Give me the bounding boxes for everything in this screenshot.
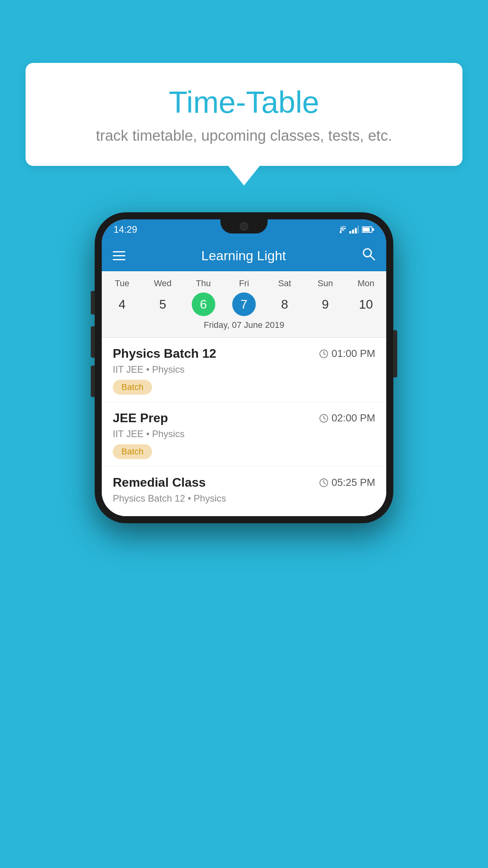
schedule-item-time-2: 05:25 PM [319,476,375,489]
schedule-item-1[interactable]: JEE Prep 02:00 PM IIT JEE • Physics Batc… [102,402,386,467]
wifi-icon [335,226,346,234]
phone-vol-silent-btn [91,291,95,314]
schedule-item-subtitle-1: IIT JEE • Physics [113,428,375,440]
phone-vol-up-btn [91,326,95,358]
day-name-wed: Wed [142,278,183,289]
day-name-mon: Mon [346,278,386,289]
svg-rect-6 [363,228,370,232]
day-name-sun: Sun [305,278,345,289]
svg-point-0 [340,231,342,233]
clock-icon-0 [319,349,328,359]
svg-line-15 [324,418,325,419]
day-num-6[interactable]: 6 [192,292,215,316]
schedule-item-title-2: Remedial Class [113,475,206,490]
speech-bubble-container: Time-Table track timetable, upcoming cla… [26,63,462,186]
app-title: Learning Light [201,248,286,263]
calendar-strip: TueWedThuFriSatSunMon 45678910 Friday, 0… [102,271,386,338]
svg-rect-1 [349,231,351,234]
schedule-item-badge-1: Batch [113,444,152,459]
phone-notch [220,219,268,234]
phone-power-btn [393,330,397,377]
day-names-row: TueWedThuFriSatSunMon [102,278,386,289]
svg-rect-4 [358,226,359,234]
schedule-item-time-1: 02:00 PM [319,412,375,424]
schedule-item-0[interactable]: Physics Batch 12 01:00 PM IIT JEE • Phys… [102,338,386,402]
day-num-9[interactable]: 9 [314,292,337,316]
schedule-item-header-1: JEE Prep 02:00 PM [113,411,375,425]
schedule-item-header-0: Physics Batch 12 01:00 PM [113,346,375,361]
schedule-item-header-2: Remedial Class 05:25 PM [113,475,375,490]
day-name-tue: Tue [102,278,142,289]
schedule-item-subtitle-0: IIT JEE • Physics [113,364,375,375]
hamburger-line-1 [113,251,125,252]
hamburger-line-2 [113,255,125,256]
status-time: 14:29 [114,224,137,235]
search-button[interactable] [362,247,375,264]
speech-bubble-title: Time-Table [49,85,439,120]
phone-camera [240,222,248,231]
signal-icon [349,226,359,234]
svg-rect-7 [372,228,374,231]
svg-line-9 [370,256,374,260]
hamburger-menu-button[interactable] [113,251,125,260]
svg-rect-3 [355,228,357,234]
day-name-fri: Fri [224,278,264,289]
phone-outer: 14:29 [95,212,393,523]
schedule-item-time-0: 01:00 PM [319,348,375,360]
phone-container: 14:29 [95,212,393,523]
speech-bubble-subtitle: track timetable, upcoming classes, tests… [49,127,439,144]
day-num-8[interactable]: 8 [273,292,296,316]
search-icon [362,247,375,261]
day-num-5[interactable]: 5 [151,292,174,316]
day-num-4[interactable]: 4 [110,292,134,316]
phone-screen: 14:29 [102,219,386,516]
schedule-list: Physics Batch 12 01:00 PM IIT JEE • Phys… [102,338,386,516]
day-name-thu: Thu [183,278,224,289]
schedule-item-title-0: Physics Batch 12 [113,346,216,361]
schedule-item-title-1: JEE Prep [113,411,168,425]
clock-icon-1 [319,414,328,423]
battery-icon [362,226,374,233]
svg-line-18 [324,483,325,484]
speech-bubble: Time-Table track timetable, upcoming cla… [26,63,462,166]
phone-vol-down-btn [91,366,95,397]
day-name-sat: Sat [264,278,305,289]
schedule-item-badge-0: Batch [113,380,152,395]
schedule-item-subtitle-2: Physics Batch 12 • Physics [113,493,375,504]
app-bar: Learning Light [102,240,386,271]
hamburger-line-3 [113,259,125,260]
selected-date-label: Friday, 07 June 2019 [102,316,386,333]
svg-line-12 [324,354,325,355]
schedule-item-2[interactable]: Remedial Class 05:25 PM Physics Batch 12… [102,467,386,516]
day-num-7[interactable]: 7 [232,292,256,316]
svg-rect-2 [352,230,354,234]
day-num-10[interactable]: 10 [354,292,378,316]
clock-icon-2 [319,478,328,487]
status-icons [335,226,374,234]
speech-bubble-tail [228,166,260,186]
day-numbers-row: 45678910 [102,292,386,316]
